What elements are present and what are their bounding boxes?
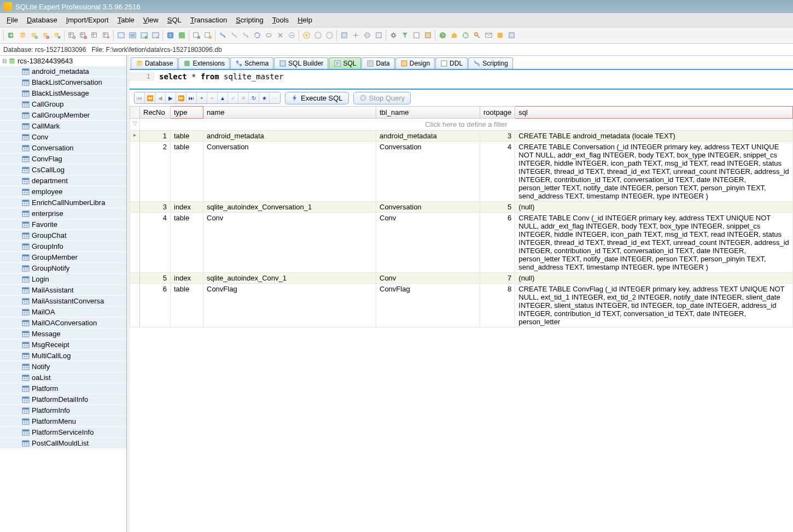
tree-item-login[interactable]: Login [0, 274, 126, 285]
filter-row[interactable]: Click here to define a filter [140, 119, 793, 131]
tree-item-mailoa[interactable]: MailOA [0, 307, 126, 318]
menu-scripting[interactable]: Scripting [231, 14, 268, 26]
table-row[interactable]: 5indexsqlite_autoindex_Conv_1Conv7(null) [130, 273, 793, 284]
tree-item-blacklistmessage[interactable]: BlackListMessage [0, 88, 126, 99]
cell-tbl[interactable]: ConvFlag [376, 284, 480, 328]
view-tool1-icon[interactable] [115, 30, 126, 41]
menu-tools[interactable]: Tools [268, 14, 293, 26]
menu-file[interactable]: File [2, 14, 22, 26]
stop-query-button[interactable]: Stop Query [353, 92, 411, 104]
misc-tool2-icon[interactable] [350, 30, 361, 41]
about-icon[interactable] [494, 30, 505, 41]
nav-bookmark-icon[interactable]: ★ [259, 92, 270, 103]
cell-recno[interactable]: 3 [140, 202, 171, 213]
cell-sql[interactable]: (null) [515, 273, 793, 284]
cell-tbl[interactable]: Conversation [376, 142, 480, 202]
cell-sql[interactable]: (null) [515, 202, 793, 213]
tree-item-mailassistant[interactable]: MailAssistant [0, 285, 126, 296]
tree-item-postcallmouldlist[interactable]: PostCallMouldList [0, 438, 126, 449]
cell-recno[interactable]: 5 [140, 273, 171, 284]
menu-view[interactable]: View [139, 14, 163, 26]
tree-item-platformserviceinfo[interactable]: PlatformServiceInfo [0, 427, 126, 438]
nav-edit-icon[interactable]: ▲ [218, 92, 228, 103]
db-attach-icon[interactable] [28, 30, 39, 41]
table-row[interactable]: 4tableConvConv6CREATE TABLE Conv (_id IN… [130, 213, 793, 273]
record-tool3-icon[interactable] [324, 30, 335, 41]
sql-editor[interactable]: 1 select * from sqlite_master [130, 70, 793, 90]
tree-root[interactable]: ⊟ rcs-13824439643 [0, 56, 126, 66]
tab-scripting[interactable]: Scripting [468, 57, 513, 69]
menu-sql[interactable]: SQL [163, 14, 186, 26]
tree-item-convflag[interactable]: ConvFlag [0, 154, 126, 165]
nav-prev-icon[interactable]: ◀ [155, 92, 166, 103]
nav-first-icon[interactable]: ⏮ [135, 92, 145, 103]
tree-item-favorite[interactable]: Favorite [0, 219, 126, 230]
tab-schema[interactable]: Schema [230, 57, 273, 69]
tree-item-groupchat[interactable]: GroupChat [0, 230, 126, 241]
tree-item-platformdetailinfo[interactable]: PlatformDetailInfo [0, 394, 126, 405]
misc-tool3-icon[interactable] [361, 30, 372, 41]
nav-prevpage-icon[interactable]: ⏪ [145, 92, 155, 103]
cell-name[interactable]: sqlite_autoindex_Conv_1 [203, 273, 376, 284]
cell-root[interactable]: 5 [480, 202, 515, 213]
table-row[interactable]: 3indexsqlite_autoindex_Conversation_1Con… [130, 202, 793, 213]
cell-type[interactable]: table [171, 142, 203, 202]
tree-item-conv[interactable]: Conv [0, 132, 126, 143]
cell-type[interactable]: table [171, 213, 203, 273]
nav-last-icon[interactable]: ⏭ [186, 92, 197, 103]
col-rootpage[interactable]: rootpage [480, 107, 515, 119]
view-tool2-icon[interactable] [127, 30, 138, 41]
tab-database[interactable]: Database [131, 57, 178, 69]
tree-item-msgreceipt[interactable]: MsgReceipt [0, 340, 126, 350]
tree-item-employee[interactable]: employee [0, 186, 126, 197]
nav-next-icon[interactable]: ▶ [166, 92, 176, 103]
tree-item-enrichcallnumberlibra[interactable]: EnrichCallNumberLibra [0, 197, 126, 208]
filter-icon[interactable] [399, 30, 410, 41]
tree-item-multicalllog[interactable]: MultiCallLog [0, 350, 126, 361]
cell-root[interactable]: 3 [480, 131, 515, 142]
cell-sql[interactable]: CREATE TABLE ConvFlag (_id INTEGER prima… [515, 284, 793, 328]
drop-table-icon[interactable] [78, 30, 89, 41]
menu-import-export[interactable]: Import/Export [62, 14, 113, 26]
tab-data[interactable]: Data [361, 57, 394, 69]
db-refresh-icon[interactable] [51, 30, 62, 41]
db-tree[interactable]: ⊟ rcs-13824439643 android_metadataBlackL… [0, 56, 127, 532]
cell-recno[interactable]: 2 [140, 142, 171, 202]
view-tool4-icon[interactable] [150, 30, 161, 41]
misc-tool4-icon[interactable] [373, 30, 384, 41]
nav-nextpage-icon[interactable]: ⏩ [176, 92, 186, 103]
tree-item-callgroup[interactable]: CallGroup [0, 99, 126, 110]
record-tool1-icon[interactable] [301, 30, 312, 41]
tab-design[interactable]: Design [395, 57, 435, 69]
tab-ddl[interactable]: DDL [435, 57, 468, 69]
tree-item-enterprise[interactable]: enterprise [0, 208, 126, 219]
tree-item-department[interactable]: department [0, 176, 126, 186]
tx-rollback-icon[interactable] [202, 30, 213, 41]
script-tool5-icon[interactable] [263, 30, 274, 41]
exit-icon[interactable] [506, 30, 517, 41]
table-tool3-icon[interactable] [89, 30, 100, 41]
new-table-icon[interactable] [66, 30, 77, 41]
tree-item-conversation[interactable]: Conversation [0, 143, 126, 154]
cell-root[interactable]: 6 [480, 213, 515, 273]
cell-recno[interactable]: 1 [140, 131, 171, 142]
script-tool2-icon[interactable] [229, 30, 240, 41]
mail-icon[interactable] [483, 30, 494, 41]
tree-item-callmark[interactable]: CallMark [0, 121, 126, 132]
col-sql[interactable]: sql [515, 107, 793, 119]
cell-recno[interactable]: 4 [140, 213, 171, 273]
tree-item-groupmember[interactable]: GroupMember [0, 252, 126, 263]
tree-item-mailoaconversation[interactable]: MailOAConversation [0, 318, 126, 329]
help-icon[interactable]: ? [437, 30, 448, 41]
tree-item-platform[interactable]: Platform [0, 383, 126, 394]
cell-name[interactable]: Conversation [203, 142, 376, 202]
cell-name[interactable]: android_metadata [203, 131, 376, 142]
cell-type[interactable]: index [171, 273, 203, 284]
cell-sql[interactable]: CREATE TABLE Conversation (_id INTEGER p… [515, 142, 793, 202]
tab-extensions[interactable]: Extensions [178, 57, 230, 69]
tree-item-notify[interactable]: Notify [0, 361, 126, 372]
open-db-icon[interactable] [17, 30, 28, 41]
cell-root[interactable]: 7 [480, 273, 515, 284]
script-tool1-icon[interactable] [217, 30, 228, 41]
col-type[interactable]: type [171, 107, 203, 119]
